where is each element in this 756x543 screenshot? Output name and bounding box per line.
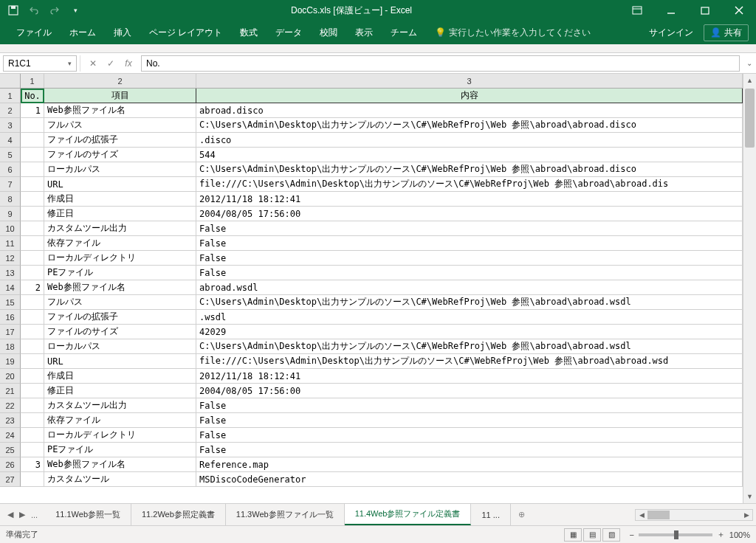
scroll-up-icon[interactable]: ▲: [743, 74, 756, 87]
cell-content[interactable]: 2012/11/18 18:12:41: [196, 369, 743, 384]
cell-no[interactable]: [21, 325, 44, 339]
sheet-tab[interactable]: 11.2Web参照定義書: [131, 504, 226, 525]
cell-no[interactable]: [21, 398, 44, 413]
select-all-corner[interactable]: [0, 74, 21, 88]
signin-link[interactable]: サインイン: [649, 27, 693, 39]
row-header[interactable]: 21: [0, 384, 21, 398]
header-cell-item[interactable]: 項目: [44, 89, 196, 103]
cell-content[interactable]: file:///C:\Users\Admin\Desktop\出力サンプルのソー…: [196, 177, 743, 192]
cell-no[interactable]: [21, 236, 44, 251]
cell-content[interactable]: .wsdl: [196, 310, 743, 325]
cell-item[interactable]: Web参照ファイル名: [44, 280, 196, 295]
sheet-nav-more[interactable]: ...: [30, 511, 39, 519]
cell-content[interactable]: 2012/11/18 18:12:41: [196, 192, 743, 207]
minimize-icon[interactable]: [654, 0, 688, 21]
cell-item[interactable]: ローカルパス: [44, 339, 196, 354]
row-header[interactable]: 13: [0, 266, 21, 280]
tab-home[interactable]: ホーム: [61, 21, 105, 44]
tab-view[interactable]: 表示: [346, 21, 382, 44]
cell-item[interactable]: ファイルのサイズ: [44, 148, 196, 162]
zoom-out-icon[interactable]: −: [629, 530, 633, 539]
tab-review[interactable]: 校閲: [311, 21, 346, 44]
normal-view-icon[interactable]: ▦: [564, 528, 582, 542]
cell-no[interactable]: [21, 207, 44, 221]
cell-content[interactable]: False: [196, 398, 743, 413]
cell-content[interactable]: abroad.wsdl: [196, 280, 743, 295]
pagelayout-view-icon[interactable]: ▤: [583, 528, 601, 542]
header-cell-no[interactable]: No.: [21, 89, 44, 103]
cell-item[interactable]: URL: [44, 354, 196, 369]
cell-no[interactable]: [21, 177, 44, 192]
cell-content[interactable]: False: [196, 251, 743, 266]
cell-item[interactable]: ファイルの拡張子: [44, 310, 196, 325]
cell-content[interactable]: MSDiscoCodeGenerator: [196, 472, 743, 487]
formula-input[interactable]: No.: [141, 55, 740, 72]
cell-item[interactable]: PEファイル: [44, 266, 196, 280]
row-header[interactable]: 22: [0, 398, 21, 413]
row-header[interactable]: 8: [0, 192, 21, 207]
tellme-search[interactable]: 💡 実行したい作業を入力してください: [435, 27, 591, 39]
cell-no[interactable]: [21, 384, 44, 398]
enter-icon[interactable]: ✓: [104, 58, 117, 69]
cell-no[interactable]: [21, 118, 44, 133]
cell-item[interactable]: フルパス: [44, 118, 196, 133]
cell-content[interactable]: False: [196, 413, 743, 428]
row-header[interactable]: 6: [0, 162, 21, 177]
tab-formulas[interactable]: 数式: [231, 21, 267, 44]
formula-expand-icon[interactable]: ⌄: [743, 59, 756, 67]
cell-no[interactable]: [21, 310, 44, 325]
cell-content[interactable]: file:///C:\Users\Admin\Desktop\出力サンプルのソー…: [196, 354, 743, 369]
horizontal-scrollbar[interactable]: ◀ ▶: [635, 509, 753, 521]
cell-item[interactable]: 修正日: [44, 207, 196, 221]
sheet-tab[interactable]: 11.3Web参照ファイル一覧: [226, 504, 345, 525]
row-header[interactable]: 12: [0, 251, 21, 266]
cell-content[interactable]: False: [196, 266, 743, 280]
sheet-nav-next-icon[interactable]: ▶: [18, 510, 27, 519]
cell-no[interactable]: [21, 472, 44, 487]
cell-item[interactable]: ローカルディレクトリ: [44, 428, 196, 443]
cell-item[interactable]: Web参照ファイル名: [44, 103, 196, 118]
cell-no[interactable]: [21, 251, 44, 266]
cell-item[interactable]: 作成日: [44, 192, 196, 207]
col-header-2[interactable]: 2: [44, 74, 196, 88]
header-cell-content[interactable]: 内容: [196, 89, 743, 103]
cell-content[interactable]: False: [196, 428, 743, 443]
redo-icon[interactable]: [47, 3, 62, 18]
cell-content[interactable]: 42029: [196, 325, 743, 339]
cell-item[interactable]: 依存ファイル: [44, 413, 196, 428]
ribbon-display-icon[interactable]: [620, 0, 654, 21]
row-header[interactable]: 5: [0, 148, 21, 162]
save-icon[interactable]: [6, 3, 21, 18]
qat-customize-icon[interactable]: ▾: [68, 3, 83, 18]
row-header[interactable]: 3: [0, 118, 21, 133]
cell-content[interactable]: C:\Users\Admin\Desktop\出力サンプルのソース\C#\Web…: [196, 295, 743, 310]
row-header[interactable]: 20: [0, 369, 21, 384]
scroll-left-icon[interactable]: ◀: [636, 511, 647, 519]
vscroll-thumb[interactable]: [745, 89, 755, 148]
cell-item[interactable]: ローカルディレクトリ: [44, 251, 196, 266]
row-header[interactable]: 23: [0, 413, 21, 428]
cell-content[interactable]: abroad.disco: [196, 103, 743, 118]
row-header[interactable]: 7: [0, 177, 21, 192]
cell-no[interactable]: 1: [21, 103, 44, 118]
cell-no[interactable]: [21, 413, 44, 428]
cell-no[interactable]: [21, 354, 44, 369]
row-header[interactable]: 2: [0, 103, 21, 118]
sheet-nav-prev-icon[interactable]: ◀: [6, 510, 15, 519]
row-header[interactable]: 18: [0, 339, 21, 354]
cell-content[interactable]: C:\Users\Admin\Desktop\出力サンプルのソース\C#\Web…: [196, 339, 743, 354]
row-header[interactable]: 15: [0, 295, 21, 310]
cell-item[interactable]: 作成日: [44, 369, 196, 384]
tab-insert[interactable]: 挿入: [105, 21, 140, 44]
row-header[interactable]: 24: [0, 428, 21, 443]
row-header[interactable]: 14: [0, 280, 21, 295]
cell-content[interactable]: 2004/08/05 17:56:00: [196, 207, 743, 221]
col-header-3[interactable]: 3: [196, 74, 743, 88]
cancel-icon[interactable]: ✕: [86, 58, 100, 69]
row-header[interactable]: 27: [0, 472, 21, 487]
cell-no[interactable]: [21, 148, 44, 162]
vertical-scrollbar[interactable]: ▲ ▼: [743, 74, 756, 503]
row-header[interactable]: 25: [0, 443, 21, 457]
cell-item[interactable]: Web参照ファイル名: [44, 457, 196, 472]
cell-no[interactable]: [21, 192, 44, 207]
